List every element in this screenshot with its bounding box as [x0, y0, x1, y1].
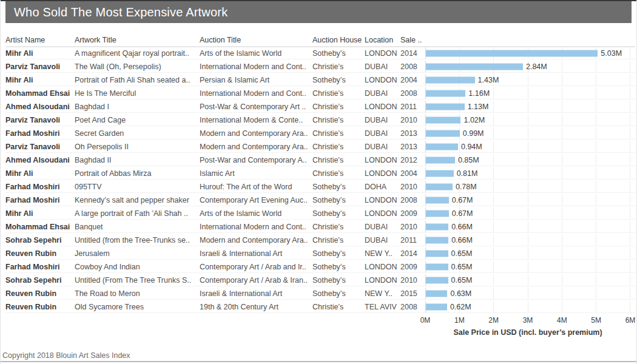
sale-year-cell: 2013 [400, 127, 425, 139]
table-row[interactable]: Parviz TanavoliThe Wall (Oh, Persepolis)… [5, 61, 635, 73]
sale-price-bar[interactable] [426, 263, 448, 270]
x-axis-spacer [5, 316, 425, 326]
auction-house-cell: Christie’s [312, 141, 365, 152]
x-axis-ticks: 0M1M2M3M4M5M6M [425, 316, 630, 326]
auction-house-cell: Christie’s [312, 221, 365, 232]
table-body: Mihr AliA magnificent Qajar royal portra… [5, 46, 635, 313]
table-row[interactable]: Mohammad EhsaiHe Is The MercifulInternat… [5, 87, 635, 99]
sale-price-bar[interactable] [426, 237, 448, 243]
table-row[interactable]: Sohrab SepehriUntitled (From The Tree Tr… [5, 274, 635, 286]
table-row[interactable]: Reuven RubinJerusalemIsraeli & Internati… [5, 248, 635, 260]
sale-price-bar[interactable] [426, 157, 455, 163]
artwork-title-cell: Cowboy And Indian [75, 261, 200, 272]
auction-house-cell: Christie’s [312, 114, 365, 126]
artist-name-cell: Mihr Ali [5, 47, 75, 59]
artwork-title-cell: A large portrait of Fath ’Ali Shah .. [75, 207, 200, 219]
bar-cell: 0.65M [425, 248, 630, 259]
column-header-artwork-title[interactable]: Artwork Title [75, 36, 200, 44]
auction-house-cell: Christie’s [312, 167, 365, 179]
auction-house-cell: Sotheby’s [312, 248, 365, 259]
x-axis-tick-label: 4M [557, 316, 567, 325]
auction-house-cell: Sotheby’s [312, 47, 365, 59]
sale-price-bar[interactable] [426, 250, 448, 257]
location-cell: NEW Y.. [365, 288, 400, 299]
table-row[interactable]: Mihr AliPortrait of Abbas MirzaIslamic A… [5, 167, 635, 180]
sale-price-bar[interactable] [426, 210, 449, 217]
table-row[interactable]: Mohammad EhsaiBanquetInternational Moder… [5, 221, 635, 233]
table-row[interactable]: Mihr AliA magnificent Qajar royal portra… [5, 47, 635, 59]
artwork-title-cell: A magnificent Qajar royal portrait.. [75, 47, 200, 59]
column-header-auction-title[interactable]: Auction Title [200, 36, 312, 44]
auction-title-cell: Post-War & Contemporary Art .. [200, 101, 312, 112]
bar-value-label: 0.67M [452, 194, 473, 206]
location-cell: DOHA [365, 181, 400, 192]
bar-value-label: 0.85M [458, 154, 479, 166]
artwork-title-cell: Baghdad II [75, 154, 200, 166]
bar-value-label: 0.78M [456, 181, 477, 193]
sale-year-cell: 2011 [400, 101, 425, 112]
location-cell: DUBAI [365, 221, 400, 232]
sale-price-bar[interactable] [426, 170, 454, 177]
table-row[interactable]: Mihr AliPortrait of Fath Ali Shah seated… [5, 74, 635, 86]
auction-house-cell: Sotheby’s [312, 274, 365, 286]
table-chart-panel: Artist Name Artwork Title Auction Title … [5, 34, 635, 337]
table-row[interactable]: Farhad MoshiriCowboy And IndianContempor… [5, 261, 635, 273]
sale-year-cell: 2008 [400, 301, 425, 312]
sale-price-bar[interactable] [426, 90, 465, 96]
sale-price-bar[interactable] [426, 277, 448, 283]
bar-value-label: 0.81M [457, 167, 478, 180]
auction-house-cell: Sotheby’s [312, 74, 365, 86]
artist-name-cell: Mohammad Ehsai [5, 221, 75, 232]
x-axis-title: Sale Price in USD (incl. buyer’s premium… [425, 328, 630, 337]
table-row[interactable]: Farhad MoshiriSecret GardenModern and Co… [5, 127, 635, 140]
column-header-auction-house[interactable]: Auction House [312, 36, 365, 44]
bar-value-label: 0.62M [450, 301, 471, 313]
table-row[interactable]: Ahmed AlsoudaniBaghdad IIPost-War and Co… [5, 154, 635, 166]
artwork-title-cell: The Wall (Oh, Persepolis) [75, 61, 200, 72]
location-cell: NEW Y.. [365, 248, 400, 259]
table-row[interactable]: Farhad Moshiri095TTVHurouf: The Art of t… [5, 181, 635, 193]
auction-house-cell: Christie’s [312, 127, 365, 139]
sale-price-bar[interactable] [426, 116, 460, 123]
table-row[interactable]: Mihr AliA large portrait of Fath ’Ali Sh… [5, 207, 635, 220]
bar-value-label: 0.66M [451, 234, 473, 246]
artist-name-cell: Reuven Rubin [5, 248, 75, 259]
table-row[interactable]: Parviz TanavoliOh Persepolis IIModern an… [5, 141, 635, 153]
table-row[interactable]: Farhad MoshiriKennedy’s salt and pepper … [5, 194, 635, 206]
sale-price-bar[interactable] [426, 50, 598, 56]
auction-title-cell: Contemporary Art Evening Auc.. [200, 194, 312, 206]
auction-house-cell: Christie’s [312, 87, 365, 99]
sale-price-bar[interactable] [426, 130, 460, 136]
table-row[interactable]: Parviz TanavoliPoet And CageInternationa… [5, 114, 635, 126]
table-row[interactable]: Reuven RubinThe Road to MeronIsraeli & I… [5, 288, 635, 300]
table-row[interactable]: Sohrab SepehriUntitled (from the Tree-Tr… [5, 234, 635, 246]
table-row[interactable]: Ahmed AlsoudaniBaghdad IPost-War & Conte… [5, 101, 635, 113]
sale-price-bar[interactable] [426, 63, 523, 70]
artist-name-cell: Parviz Tanavoli [5, 114, 75, 126]
bar-value-label: 0.63M [450, 288, 471, 300]
sale-price-bar[interactable] [426, 103, 465, 110]
sale-price-bar[interactable] [426, 76, 475, 83]
artwork-title-cell: Portrait of Fath Ali Shah seated a.. [75, 74, 200, 86]
auction-house-cell: Sotheby’s [312, 288, 365, 299]
artwork-title-cell: The Road to Meron [75, 288, 200, 299]
sale-year-cell: 2010 [400, 114, 425, 126]
table-row[interactable]: Reuven RubinOld Sycamore Trees19th & 20t… [5, 301, 635, 313]
sale-price-bar[interactable] [426, 223, 448, 230]
sale-price-bar[interactable] [426, 183, 453, 190]
column-header-location[interactable]: Location [365, 36, 400, 44]
column-header-artist-name[interactable]: Artist Name [5, 36, 75, 44]
sale-price-bar[interactable] [426, 303, 447, 310]
sale-price-bar[interactable] [426, 197, 449, 203]
sale-year-cell: 2004 [400, 167, 425, 179]
column-header-sale-year[interactable]: Sale .. [400, 36, 425, 44]
bar-cell: 0.85M [425, 154, 630, 166]
x-axis-tick-label: 3M [523, 316, 533, 325]
column-header-row: Artist Name Artwork Title Auction Title … [5, 34, 635, 46]
sale-price-bar[interactable] [426, 143, 458, 150]
sale-price-bar[interactable] [426, 290, 447, 297]
auction-title-cell: Islamic Art [200, 167, 312, 179]
bar-cell: 1.43M [425, 74, 630, 86]
auction-title-cell: International Modern and Cont.. [200, 87, 312, 99]
bar-cell: 0.66M [425, 221, 630, 232]
